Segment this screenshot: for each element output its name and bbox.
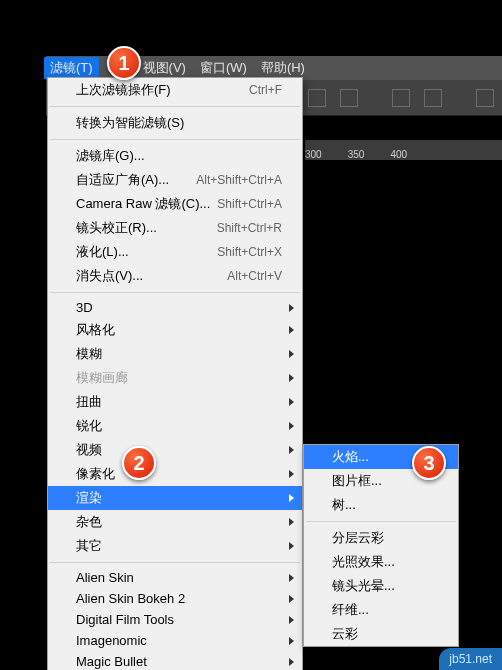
step-badge-3: 3 — [412, 446, 446, 480]
filter-menu-item[interactable]: Digital Film Tools — [48, 609, 302, 630]
filter-menu-item[interactable]: 液化(L)...Shift+Ctrl+X — [48, 240, 302, 264]
menu-shortcut: Alt+Shift+Ctrl+A — [196, 173, 282, 187]
ruler-mark: 400 — [390, 149, 407, 160]
menu-item-label: 分层云彩 — [332, 529, 384, 547]
filter-menu-item[interactable]: 自适应广角(A)...Alt+Shift+Ctrl+A — [48, 168, 302, 192]
filter-menu-item[interactable]: 3D — [48, 297, 302, 318]
menu-item-label: 扭曲 — [76, 393, 102, 411]
render-submenu-item[interactable]: 光照效果... — [304, 550, 458, 574]
filter-menu-item[interactable]: 像素化 — [48, 462, 302, 486]
menu-separator — [50, 106, 300, 107]
submenu-arrow-icon — [289, 326, 294, 334]
submenu-arrow-icon — [289, 595, 294, 603]
filter-menu-item[interactable]: 渲染 — [48, 486, 302, 510]
menu-item-label: 纤维... — [332, 601, 369, 619]
menu-view[interactable]: 视图(V) — [143, 59, 186, 77]
submenu-arrow-icon — [289, 446, 294, 454]
menu-item-label: 模糊 — [76, 345, 102, 363]
step-badge-2: 2 — [122, 446, 156, 480]
render-submenu-item[interactable]: 镜头光晕... — [304, 574, 458, 598]
filter-menu-item[interactable]: Alien Skin Bokeh 2 — [48, 588, 302, 609]
submenu-arrow-icon — [289, 616, 294, 624]
ruler-mark: 300 — [305, 149, 322, 160]
filter-menu-item[interactable]: 风格化 — [48, 318, 302, 342]
menu-item-label: 渲染 — [76, 489, 102, 507]
submenu-arrow-icon — [289, 422, 294, 430]
menu-separator — [306, 521, 456, 522]
filter-menu-item[interactable]: Magic Bullet — [48, 651, 302, 670]
submenu-arrow-icon — [289, 542, 294, 550]
menu-window[interactable]: 窗口(W) — [200, 59, 247, 77]
filter-menu-item[interactable]: 上次滤镜操作(F)Ctrl+F — [48, 78, 302, 102]
menu-item-label: Magic Bullet — [76, 654, 147, 669]
watermark: jb51.net — [439, 648, 502, 670]
filter-menu-item[interactable]: Camera Raw 滤镜(C)...Shift+Ctrl+A — [48, 192, 302, 216]
menu-shortcut: Alt+Ctrl+V — [227, 269, 282, 283]
filter-menu-item[interactable]: 扭曲 — [48, 390, 302, 414]
filter-menu-item[interactable]: 模糊 — [48, 342, 302, 366]
menu-item-label: 液化(L)... — [76, 243, 129, 261]
toolbar-icon[interactable] — [476, 89, 494, 107]
submenu-arrow-icon — [289, 658, 294, 666]
ruler-mark: 350 — [348, 149, 365, 160]
filter-menu: 上次滤镜操作(F)Ctrl+F转换为智能滤镜(S)滤镜库(G)...自适应广角(… — [47, 77, 303, 670]
menu-item-label: Imagenomic — [76, 633, 147, 648]
submenu-arrow-icon — [289, 574, 294, 582]
submenu-arrow-icon — [289, 494, 294, 502]
menu-item-label: 光照效果... — [332, 553, 395, 571]
menu-shortcut: Ctrl+F — [249, 83, 282, 97]
toolbar-icon[interactable] — [424, 89, 442, 107]
filter-menu-item: 模糊画廊 — [48, 366, 302, 390]
filter-menu-item[interactable]: 转换为智能滤镜(S) — [48, 111, 302, 135]
render-submenu-item[interactable]: 树... — [304, 493, 458, 517]
filter-menu-item[interactable]: 消失点(V)...Alt+Ctrl+V — [48, 264, 302, 288]
filter-menu-item[interactable]: 滤镜库(G)... — [48, 144, 302, 168]
render-submenu-item[interactable]: 纤维... — [304, 598, 458, 622]
menu-shortcut: Shift+Ctrl+R — [217, 221, 282, 235]
filter-menu-item[interactable]: 视频 — [48, 438, 302, 462]
menu-shortcut: Shift+Ctrl+A — [217, 197, 282, 211]
filter-menu-item[interactable]: 锐化 — [48, 414, 302, 438]
menu-item-label: 火焰... — [332, 448, 369, 466]
menu-item-label: Alien Skin — [76, 570, 134, 585]
menu-item-label: 镜头光晕... — [332, 577, 395, 595]
menu-item-label: 上次滤镜操作(F) — [76, 81, 171, 99]
render-submenu-item[interactable]: 云彩 — [304, 622, 458, 646]
menu-shortcut: Shift+Ctrl+X — [217, 245, 282, 259]
menu-item-label: 转换为智能滤镜(S) — [76, 114, 184, 132]
submenu-arrow-icon — [289, 350, 294, 358]
menu-item-label: 镜头校正(R)... — [76, 219, 157, 237]
submenu-arrow-icon — [289, 637, 294, 645]
menu-item-label: 自适应广角(A)... — [76, 171, 169, 189]
menu-item-label: 3D — [76, 300, 93, 315]
filter-menu-item[interactable]: 镜头校正(R)...Shift+Ctrl+R — [48, 216, 302, 240]
menu-item-label: 消失点(V)... — [76, 267, 143, 285]
menu-item-label: Digital Film Tools — [76, 612, 174, 627]
filter-menu-item[interactable]: 其它 — [48, 534, 302, 558]
menu-item-label: 模糊画廊 — [76, 369, 128, 387]
submenu-arrow-icon — [289, 374, 294, 382]
menu-item-label: Alien Skin Bokeh 2 — [76, 591, 185, 606]
render-submenu-item[interactable]: 分层云彩 — [304, 526, 458, 550]
menu-item-label: 树... — [332, 496, 356, 514]
filter-menu-item[interactable]: 杂色 — [48, 510, 302, 534]
menu-item-label: 云彩 — [332, 625, 358, 643]
toolbar-icon[interactable] — [392, 89, 410, 107]
menu-filter[interactable]: 滤镜(T) — [44, 57, 99, 79]
menu-item-label: 其它 — [76, 537, 102, 555]
toolbar-icon[interactable] — [340, 89, 358, 107]
menu-item-label: 锐化 — [76, 417, 102, 435]
toolbar-icon[interactable] — [308, 89, 326, 107]
menu-separator — [50, 562, 300, 563]
step-badge-1: 1 — [107, 46, 141, 80]
menu-item-label: 滤镜库(G)... — [76, 147, 145, 165]
filter-menu-item[interactable]: Alien Skin — [48, 567, 302, 588]
menu-item-label: 杂色 — [76, 513, 102, 531]
menu-help[interactable]: 帮助(H) — [261, 59, 305, 77]
menu-item-label: Camera Raw 滤镜(C)... — [76, 195, 210, 213]
filter-menu-item[interactable]: Imagenomic — [48, 630, 302, 651]
ruler: 300 350 400 — [305, 140, 502, 160]
menu-item-label: 风格化 — [76, 321, 115, 339]
submenu-arrow-icon — [289, 304, 294, 312]
submenu-arrow-icon — [289, 518, 294, 526]
